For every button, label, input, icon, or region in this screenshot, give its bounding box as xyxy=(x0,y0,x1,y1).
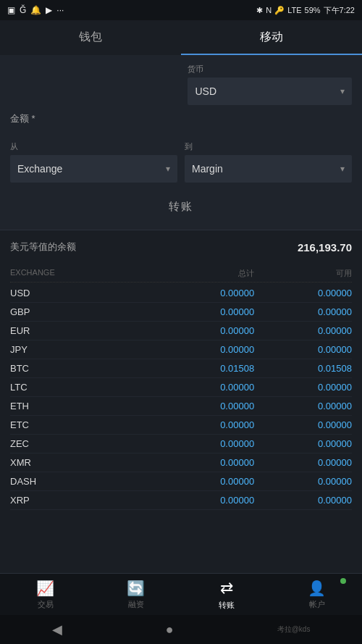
from-chevron-icon: ▾ xyxy=(166,164,170,174)
from-value: Exchange xyxy=(17,163,62,175)
transfer-button[interactable]: 转账 xyxy=(169,200,193,214)
icon-play: ▶ xyxy=(46,5,52,15)
currency-cell: GBP xyxy=(10,306,156,317)
from-select[interactable]: Exchange ▾ xyxy=(10,155,177,183)
total-cell: 0.00000 xyxy=(156,288,254,298)
status-bar: ▣ Ğ 🔔 ▶ ··· ✱ N 🔑 LTE 59% 下午7:22 xyxy=(0,0,362,20)
total-label: 总计 xyxy=(156,268,254,279)
table-row: ETC 0.00000 0.00000 xyxy=(10,416,352,435)
nav-account[interactable]: 👤 帐户 xyxy=(272,574,362,615)
amount-row: 金额 * xyxy=(10,112,352,131)
icon-bell: 🔔 xyxy=(30,5,41,15)
from-to-row: 从 Exchange ▾ 到 Margin ▾ xyxy=(10,141,352,183)
currency-row: 货币 USD ▾ xyxy=(10,64,352,105)
table-row: ETH 0.00000 0.00000 xyxy=(10,397,352,416)
tab-wallet[interactable]: 钱包 xyxy=(0,20,181,55)
currency-cell: XMR xyxy=(10,457,156,468)
available-cell: 0.00000 xyxy=(254,457,352,468)
time: 下午7:22 xyxy=(324,5,355,16)
section-label: EXCHANGE xyxy=(10,268,156,279)
available-cell: 0.00000 xyxy=(254,344,352,355)
chevron-down-icon: ▾ xyxy=(340,86,345,96)
trade-label: 交易 xyxy=(38,599,54,610)
available-cell: 0.00000 xyxy=(254,495,352,506)
currency-label: 货币 xyxy=(188,64,352,75)
available-cell: 0.00000 xyxy=(254,288,352,298)
total-cell: 0.00000 xyxy=(156,457,254,468)
android-nav: ◀ ● 考拉@kds xyxy=(0,615,362,644)
icon-nfc: N xyxy=(266,6,272,14)
back-button[interactable]: ◀ xyxy=(52,622,62,637)
account-icon: 👤 xyxy=(308,580,326,597)
currency-cell: JPY xyxy=(10,344,156,355)
balance-label: 美元等值的余额 xyxy=(10,241,76,254)
transfer-btn-row: 转账 xyxy=(10,193,352,218)
currency-select[interactable]: USD ▾ xyxy=(188,78,352,105)
currency-cell: EUR xyxy=(10,325,156,336)
bottom-nav: 📈 交易 🔄 融资 ⇄ 转账 👤 帐户 xyxy=(0,573,362,615)
to-chevron-icon: ▾ xyxy=(340,164,345,174)
table-row: DASH 0.00000 0.00000 xyxy=(10,472,352,491)
available-cell: 0.00000 xyxy=(254,325,352,336)
icon-bluetooth: ✱ xyxy=(256,6,263,15)
total-cell: 0.00000 xyxy=(156,476,254,487)
table-row: BTC 0.01508 0.01508 xyxy=(10,359,352,378)
total-cell: 0.00000 xyxy=(156,438,254,449)
available-cell: 0.00000 xyxy=(254,476,352,487)
total-cell: 0.00000 xyxy=(156,306,254,317)
table-rows: USD 0.00000 0.00000 GBP 0.00000 0.00000 … xyxy=(10,284,352,510)
available-cell: 0.00000 xyxy=(254,419,352,430)
status-right-icons: ✱ N 🔑 LTE 59% 下午7:22 xyxy=(256,5,355,16)
nav-trade[interactable]: 📈 交易 xyxy=(0,574,90,615)
currency-cell: LTC xyxy=(10,382,156,393)
to-select[interactable]: Margin ▾ xyxy=(185,155,352,183)
to-group: 到 Margin ▾ xyxy=(185,141,352,183)
available-cell: 0.00000 xyxy=(254,438,352,449)
form-area: 货币 USD ▾ 金额 * 从 Exchange ▾ 到 Margin ▾ xyxy=(0,55,362,230)
available-cell: 0.01508 xyxy=(254,363,352,374)
battery-level: 59% xyxy=(305,6,321,14)
currency-field: 货币 USD ▾ xyxy=(188,64,352,105)
table-row: EUR 0.00000 0.00000 xyxy=(10,322,352,340)
to-value: Margin xyxy=(192,163,223,175)
table-row: LTC 0.00000 0.00000 xyxy=(10,378,352,397)
move-icon: ⇄ xyxy=(220,579,233,598)
currency-cell: ZEC xyxy=(10,438,156,449)
icon-dots: ··· xyxy=(56,5,64,15)
nav-move[interactable]: ⇄ 转账 xyxy=(181,574,272,615)
currency-cell: ETC xyxy=(10,419,156,430)
top-tabs: 钱包 移动 xyxy=(0,20,362,55)
online-dot xyxy=(340,578,346,584)
currency-cell: DASH xyxy=(10,476,156,487)
currency-cell: USD xyxy=(10,288,156,298)
trade-icon: 📈 xyxy=(36,580,54,597)
total-cell: 0.00000 xyxy=(156,401,254,411)
table-header: EXCHANGE 总计 可用 xyxy=(10,264,352,283)
available-cell: 0.00000 xyxy=(254,382,352,393)
from-group: 从 Exchange ▾ xyxy=(10,141,177,183)
nav-fund[interactable]: 🔄 融资 xyxy=(90,574,181,615)
currency-cell: ETH xyxy=(10,401,156,411)
move-label: 转账 xyxy=(219,600,235,611)
total-cell: 0.01508 xyxy=(156,363,254,374)
fund-label: 融资 xyxy=(128,599,144,610)
home-button[interactable]: ● xyxy=(166,622,174,637)
table-row: JPY 0.00000 0.00000 xyxy=(10,340,352,359)
from-label: 从 xyxy=(10,141,177,152)
icon-app: Ğ xyxy=(20,5,26,15)
total-cell: 0.00000 xyxy=(156,382,254,393)
total-cell: 0.00000 xyxy=(156,325,254,336)
table-row: ZEC 0.00000 0.00000 xyxy=(10,435,352,453)
table-row: GBP 0.00000 0.00000 xyxy=(10,303,352,322)
icon-lte: LTE xyxy=(287,6,301,14)
available-label: 可用 xyxy=(254,268,352,279)
total-cell: 0.00000 xyxy=(156,495,254,506)
fund-icon: 🔄 xyxy=(127,580,145,597)
currency-cell: BTC xyxy=(10,363,156,374)
tab-transfer[interactable]: 移动 xyxy=(181,20,362,55)
status-left-icons: ▣ Ğ 🔔 ▶ ··· xyxy=(7,5,64,15)
table-area: EXCHANGE 总计 可用 USD 0.00000 0.00000 GBP 0… xyxy=(0,264,362,510)
available-cell: 0.00000 xyxy=(254,401,352,411)
icon-menu: ▣ xyxy=(7,5,15,15)
table-row: USD 0.00000 0.00000 xyxy=(10,284,352,303)
